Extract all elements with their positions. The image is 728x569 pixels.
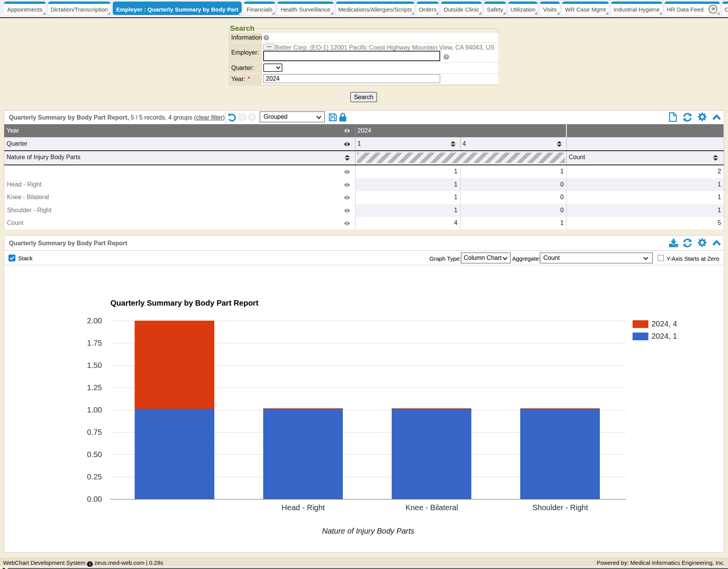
svg-text:Nature of Injury Body Parts: Nature of Injury Body Parts: [322, 527, 414, 535]
svg-text:1.75: 1.75: [87, 339, 102, 347]
svg-text:2.00: 2.00: [87, 316, 102, 325]
svg-text:0.50: 0.50: [87, 450, 102, 459]
svg-text:2024, 1: 2024, 1: [651, 332, 677, 340]
svg-text:0.00: 0.00: [87, 495, 102, 503]
svg-text:1.50: 1.50: [87, 361, 102, 369]
svg-text:Knee - Bilateral: Knee - Bilateral: [406, 503, 458, 512]
svg-text:Head - Right: Head - Right: [282, 503, 325, 512]
svg-text:Shoulder - Right: Shoulder - Right: [533, 503, 588, 512]
svg-text:1.25: 1.25: [87, 383, 102, 392]
svg-text:1.00: 1.00: [87, 406, 102, 414]
svg-text:2024, 4: 2024, 4: [651, 319, 677, 328]
svg-text:Quarterly Summary by Body Part: Quarterly Summary by Body Part Report: [110, 299, 259, 307]
svg-text:0.75: 0.75: [87, 428, 102, 436]
svg-text:0.25: 0.25: [87, 473, 102, 481]
